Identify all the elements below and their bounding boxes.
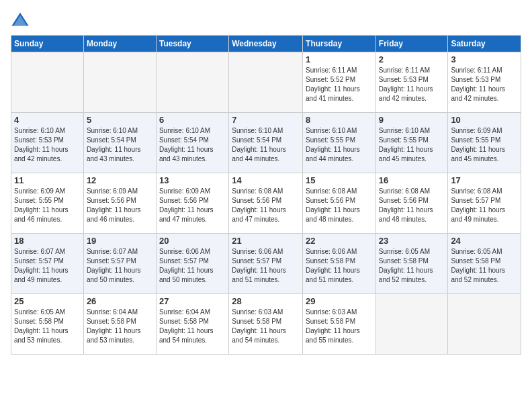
header-cell-wednesday: Wednesday [229,36,303,52]
day-number: 28 [232,296,300,306]
day-cell [156,52,228,113]
day-detail: Sunrise: 6:10 AM Sunset: 5:54 PM Dayligh… [159,126,226,164]
day-detail: Sunrise: 6:05 AM Sunset: 5:58 PM Dayligh… [451,247,518,285]
day-detail: Sunrise: 6:10 AM Sunset: 5:54 PM Dayligh… [87,126,153,164]
header [11,11,521,30]
day-number: 29 [306,296,373,306]
day-detail: Sunrise: 6:09 AM Sunset: 5:55 PM Dayligh… [451,126,518,164]
day-number: 4 [14,115,81,125]
day-detail: Sunrise: 6:07 AM Sunset: 5:57 PM Dayligh… [87,247,153,285]
day-cell: 24Sunrise: 6:05 AM Sunset: 5:58 PM Dayli… [448,234,521,294]
day-number: 6 [159,115,226,125]
day-detail: Sunrise: 6:09 AM Sunset: 5:56 PM Dayligh… [87,187,153,224]
day-detail: Sunrise: 6:09 AM Sunset: 5:56 PM Dayligh… [159,187,226,224]
header-cell-friday: Friday [375,36,448,52]
day-detail: Sunrise: 6:04 AM Sunset: 5:58 PM Dayligh… [87,308,153,345]
day-detail: Sunrise: 6:11 AM Sunset: 5:53 PM Dayligh… [451,66,518,103]
day-cell: 16Sunrise: 6:08 AM Sunset: 5:56 PM Dayli… [375,173,448,234]
day-number: 13 [159,175,226,185]
day-number: 19 [87,236,153,246]
day-cell: 3Sunrise: 6:11 AM Sunset: 5:53 PM Daylig… [448,52,521,113]
day-number: 17 [451,175,518,185]
day-detail: Sunrise: 6:10 AM Sunset: 5:55 PM Dayligh… [306,126,373,164]
calendar-table: SundayMondayTuesdayWednesdayThursdayFrid… [11,35,521,355]
header-cell-monday: Monday [83,36,156,52]
header-cell-thursday: Thursday [303,36,376,52]
day-cell: 2Sunrise: 6:11 AM Sunset: 5:53 PM Daylig… [375,52,448,113]
day-detail: Sunrise: 6:08 AM Sunset: 5:56 PM Dayligh… [306,187,373,224]
day-number: 22 [306,236,373,246]
day-detail: Sunrise: 6:03 AM Sunset: 5:58 PM Dayligh… [306,308,373,345]
day-detail: Sunrise: 6:10 AM Sunset: 5:53 PM Dayligh… [14,126,81,164]
day-cell: 22Sunrise: 6:06 AM Sunset: 5:58 PM Dayli… [303,234,376,294]
day-detail: Sunrise: 6:09 AM Sunset: 5:55 PM Dayligh… [14,187,81,224]
day-cell: 25Sunrise: 6:05 AM Sunset: 5:58 PM Dayli… [11,294,84,355]
day-number: 25 [14,296,81,306]
day-number: 21 [232,236,300,246]
day-detail: Sunrise: 6:06 AM Sunset: 5:57 PM Dayligh… [159,247,226,285]
day-detail: Sunrise: 6:06 AM Sunset: 5:57 PM Dayligh… [232,247,300,285]
header-cell-sunday: Sunday [11,36,84,52]
day-cell [229,52,303,113]
week-row-4: 18Sunrise: 6:07 AM Sunset: 5:57 PM Dayli… [11,234,521,294]
day-number: 23 [379,236,445,246]
day-detail: Sunrise: 6:03 AM Sunset: 5:58 PM Dayligh… [232,308,300,345]
day-number: 8 [306,115,373,125]
day-number: 1 [306,54,373,64]
day-cell: 11Sunrise: 6:09 AM Sunset: 5:55 PM Dayli… [11,173,84,234]
day-detail: Sunrise: 6:10 AM Sunset: 5:55 PM Dayligh… [379,126,445,164]
logo [11,11,32,30]
day-number: 5 [87,115,153,125]
day-cell: 20Sunrise: 6:06 AM Sunset: 5:57 PM Dayli… [156,234,228,294]
day-cell [11,52,84,113]
day-cell: 6Sunrise: 6:10 AM Sunset: 5:54 PM Daylig… [156,113,228,173]
day-cell: 7Sunrise: 6:10 AM Sunset: 5:54 PM Daylig… [229,113,303,173]
day-number: 12 [87,175,153,185]
day-detail: Sunrise: 6:05 AM Sunset: 5:58 PM Dayligh… [379,247,445,285]
day-number: 2 [379,54,445,64]
day-cell: 26Sunrise: 6:04 AM Sunset: 5:58 PM Dayli… [83,294,156,355]
day-cell: 28Sunrise: 6:03 AM Sunset: 5:58 PM Dayli… [229,294,303,355]
day-number: 10 [451,115,518,125]
day-number: 16 [379,175,445,185]
week-row-5: 25Sunrise: 6:05 AM Sunset: 5:58 PM Dayli… [11,294,521,355]
day-number: 7 [232,115,300,125]
day-cell: 19Sunrise: 6:07 AM Sunset: 5:57 PM Dayli… [83,234,156,294]
day-number: 11 [14,175,81,185]
day-number: 15 [306,175,373,185]
day-cell: 5Sunrise: 6:10 AM Sunset: 5:54 PM Daylig… [83,113,156,173]
day-detail: Sunrise: 6:05 AM Sunset: 5:58 PM Dayligh… [14,308,81,345]
calendar-body: 1Sunrise: 6:11 AM Sunset: 5:52 PM Daylig… [11,52,521,355]
day-cell: 15Sunrise: 6:08 AM Sunset: 5:56 PM Dayli… [303,173,376,234]
day-number: 14 [232,175,300,185]
day-cell: 21Sunrise: 6:06 AM Sunset: 5:57 PM Dayli… [229,234,303,294]
day-cell: 9Sunrise: 6:10 AM Sunset: 5:55 PM Daylig… [375,113,448,173]
day-cell: 1Sunrise: 6:11 AM Sunset: 5:52 PM Daylig… [303,52,376,113]
logo-icon [11,11,30,30]
calendar-header: SundayMondayTuesdayWednesdayThursdayFrid… [11,36,521,52]
header-cell-saturday: Saturday [448,36,521,52]
day-detail: Sunrise: 6:08 AM Sunset: 5:57 PM Dayligh… [451,187,518,224]
day-cell [83,52,156,113]
day-cell: 4Sunrise: 6:10 AM Sunset: 5:53 PM Daylig… [11,113,84,173]
day-detail: Sunrise: 6:10 AM Sunset: 5:54 PM Dayligh… [232,126,300,164]
day-number: 27 [159,296,226,306]
day-detail: Sunrise: 6:08 AM Sunset: 5:56 PM Dayligh… [379,187,445,224]
week-row-2: 4Sunrise: 6:10 AM Sunset: 5:53 PM Daylig… [11,113,521,173]
day-cell: 27Sunrise: 6:04 AM Sunset: 5:58 PM Dayli… [156,294,228,355]
day-detail: Sunrise: 6:07 AM Sunset: 5:57 PM Dayligh… [14,247,81,285]
day-detail: Sunrise: 6:11 AM Sunset: 5:53 PM Dayligh… [379,66,445,103]
day-cell: 12Sunrise: 6:09 AM Sunset: 5:56 PM Dayli… [83,173,156,234]
day-cell: 29Sunrise: 6:03 AM Sunset: 5:58 PM Dayli… [303,294,376,355]
day-number: 26 [87,296,153,306]
day-cell [375,294,448,355]
day-cell [448,294,521,355]
day-number: 20 [159,236,226,246]
day-cell: 13Sunrise: 6:09 AM Sunset: 5:56 PM Dayli… [156,173,228,234]
week-row-1: 1Sunrise: 6:11 AM Sunset: 5:52 PM Daylig… [11,52,521,113]
day-detail: Sunrise: 6:11 AM Sunset: 5:52 PM Dayligh… [306,66,373,103]
day-cell: 23Sunrise: 6:05 AM Sunset: 5:58 PM Dayli… [375,234,448,294]
day-number: 3 [451,54,518,64]
day-number: 24 [451,236,518,246]
header-cell-tuesday: Tuesday [156,36,228,52]
